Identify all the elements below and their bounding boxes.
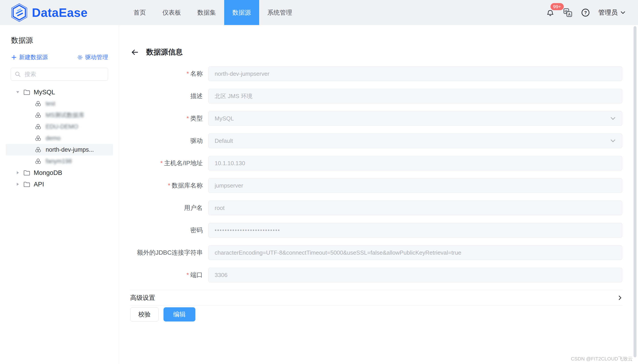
driver-select[interactable]: Default [208,134,622,148]
tree-folder-label: API [34,181,44,188]
advanced-settings-toggle[interactable]: 高级设置 [130,290,623,306]
chevron-right-icon [617,295,623,301]
sidebar-toolbar: 新建数据源 驱动管理 [11,53,108,61]
svg-text:A: A [568,12,571,16]
help-button[interactable]: ? [581,8,590,17]
tree-item-datasource[interactable]: EDU-DEMO [0,121,119,132]
plus-icon [11,54,17,60]
chevron-down-icon [610,138,616,144]
jdbc-input[interactable] [208,245,622,260]
edit-button[interactable]: 编辑 [164,307,195,322]
tree-item-label: fanym198 [46,158,72,165]
tree-item-datasource[interactable]: test [0,98,119,110]
datasource-sidebar: 数据源 新建数据源 驱动管理 [0,25,119,364]
translate-icon: 中 A [563,8,573,18]
field-database: *数据库名称 [119,178,638,193]
required-marker: * [160,160,163,166]
field-label: *数据库名称 [119,181,203,190]
nav-item-home[interactable]: 首页 [125,0,154,25]
database-input[interactable] [208,178,622,193]
driver-select-value: Default [215,138,233,144]
svg-text:?: ? [584,10,587,15]
field-password: 密码 [119,223,638,238]
datasource-node-icon [35,158,41,164]
tree-item-label: north-dev-jumps... [46,146,94,153]
driver-manage-label: 驱动管理 [85,53,108,61]
datasource-node-icon [35,135,41,141]
datasource-node-icon [35,124,41,130]
user-name: 管理员 [598,8,618,17]
new-datasource-button[interactable]: 新建数据源 [11,53,48,61]
logo[interactable]: DataEase [11,3,88,22]
help-icon: ? [581,8,590,17]
field-type: *类型 MySQL [119,111,638,126]
language-switch-button[interactable]: 中 A [563,8,573,18]
datasource-node-icon [35,101,41,107]
tree-folder-api[interactable]: API [0,178,119,190]
description-input[interactable] [208,89,622,104]
field-label: 用户名 [119,204,203,212]
tree-item-datasource-selected[interactable]: north-dev-jumps... [6,144,113,156]
top-navbar: DataEase 首页 仪表板 数据集 数据源 系统管理 99+ 中 [0,0,638,25]
field-label: *类型 [119,114,203,123]
watermark: CSDN @FIT2CLOUD飞致云 [571,356,633,362]
tree-folder-mysql[interactable]: MySQL [0,86,119,98]
main-nav: 首页 仪表板 数据集 数据源 系统管理 [125,0,300,25]
gear-icon [77,54,83,60]
tree-item-datasource[interactable]: MS测试数据库 [0,110,119,121]
notification-badge: 99+ [550,3,564,10]
field-label: 额外的JDBC连接字符串 [119,248,203,257]
tree-item-datasource[interactable]: demo [0,132,119,144]
field-label: *主机名/IP地址 [119,159,203,168]
logo-wordmark: DataEase [32,6,88,20]
nav-item-system[interactable]: 系统管理 [259,0,300,25]
nav-item-datasource[interactable]: 数据源 [224,0,259,25]
validate-button[interactable]: 校验 [130,307,159,322]
caret-down-icon [16,90,20,94]
field-label: *端口 [119,271,203,279]
field-host: *主机名/IP地址 [119,156,638,170]
user-menu[interactable]: 管理员 [598,8,625,17]
sidebar-search [11,68,108,80]
navbar-actions: 99+ 中 A ? 管理员 [546,8,638,18]
vertical-scrollbar[interactable] [633,26,636,357]
logo-hexagon-icon [11,3,28,22]
username-input[interactable] [208,200,622,215]
required-marker: * [168,182,170,189]
field-label: 密码 [119,226,203,234]
field-username: 用户名 [119,200,638,215]
datasource-tree: MySQL test MS测试数据库 EDU-DEMO demo nort [0,86,119,190]
tree-item-datasource[interactable]: fanym198 [0,156,119,167]
folder-icon [24,181,30,187]
required-marker: * [187,70,189,77]
tree-folder-mongodb[interactable]: MongoDB [0,167,119,178]
search-input[interactable] [11,68,108,80]
host-input[interactable] [208,156,622,170]
password-input[interactable] [208,223,622,238]
tree-item-label: EDU-DEMO [46,123,78,130]
back-arrow-icon[interactable] [131,48,139,56]
tree-item-label: test [46,100,55,107]
chevron-down-icon [620,10,625,15]
port-input[interactable] [208,268,622,282]
caret-right-icon [16,182,20,186]
tree-folder-label: MongoDB [34,169,62,176]
tree-folder-label: MySQL [34,88,55,96]
page-header: 数据源信息 [119,25,638,57]
caret-right-icon [16,170,20,175]
field-jdbc: 额外的JDBC连接字符串 [119,245,638,260]
field-driver: 驱动 Default [119,134,638,148]
notifications-button[interactable]: 99+ [546,8,554,17]
driver-manage-button[interactable]: 驱动管理 [77,53,108,61]
datasource-node-icon [35,147,41,153]
name-input[interactable] [208,66,622,81]
nav-item-dataset[interactable]: 数据集 [189,0,224,25]
type-select-value: MySQL [215,115,234,122]
new-datasource-label: 新建数据源 [19,53,48,61]
type-select[interactable]: MySQL [208,111,622,126]
datasource-detail-panel: 数据源信息 *名称 描述 *类型 MySQL [119,25,638,364]
field-label: *名称 [119,70,203,78]
field-description: 描述 [119,89,638,104]
datasource-node-icon [35,112,41,118]
nav-item-dashboard[interactable]: 仪表板 [154,0,189,25]
